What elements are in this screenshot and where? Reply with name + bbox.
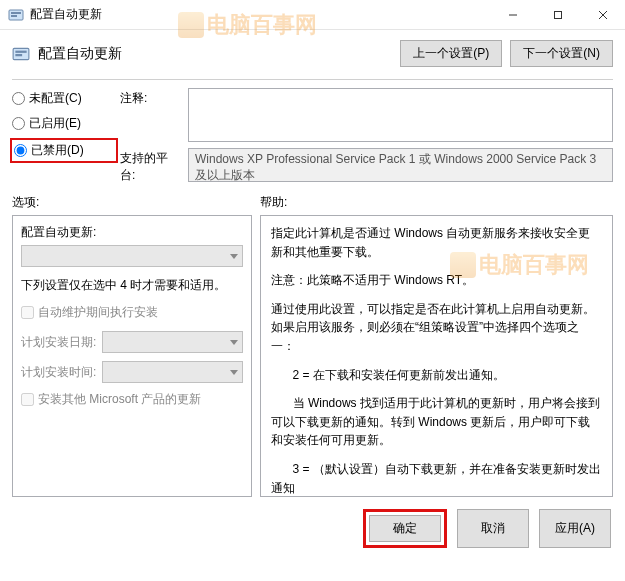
help-paragraph: 2 = 在下载和安装任何更新前发出通知。 <box>271 366 602 385</box>
options-note: 下列设置仅在选中 4 时才需要和适用。 <box>21 277 243 294</box>
radio-enabled-input[interactable] <box>12 117 25 130</box>
footer: 确定 取消 应用(A) <box>0 497 625 560</box>
policy-title: 配置自动更新 <box>38 45 392 63</box>
radio-label: 已禁用(D) <box>31 142 84 159</box>
svg-marker-10 <box>230 254 238 259</box>
highlight-box: 确定 <box>363 509 447 548</box>
maintenance-checkbox-row[interactable]: 自动维护期间执行安装 <box>21 304 243 321</box>
radio-not-configured[interactable]: 未配置(C) <box>12 90 112 107</box>
close-button[interactable] <box>580 0 625 30</box>
highlight-box: 已禁用(D) <box>10 138 118 163</box>
options-label: 选项: <box>12 194 260 211</box>
help-label: 帮助: <box>260 194 613 211</box>
schedule-time-select[interactable] <box>102 361 243 383</box>
ms-products-checkbox-row[interactable]: 安装其他 Microsoft 产品的更新 <box>21 391 243 408</box>
radio-label: 未配置(C) <box>29 90 82 107</box>
window-title: 配置自动更新 <box>30 6 102 23</box>
state-radio-group: 未配置(C) 已启用(E) 已禁用(D) <box>12 88 112 184</box>
svg-marker-12 <box>230 370 238 375</box>
apply-button[interactable]: 应用(A) <box>539 509 611 548</box>
svg-marker-11 <box>230 340 238 345</box>
help-panel[interactable]: 指定此计算机是否通过 Windows 自动更新服务来接收安全更新和其他重要下载。… <box>260 215 613 497</box>
schedule-day-select[interactable] <box>102 331 243 353</box>
help-paragraph: 通过使用此设置，可以指定是否在此计算机上启用自动更新。如果启用该服务，则必须在“… <box>271 300 602 356</box>
subheader: 配置自动更新 上一个设置(P) 下一个设置(N) <box>0 30 625 77</box>
radio-not-configured-input[interactable] <box>12 92 25 105</box>
ms-products-checkbox[interactable] <box>21 393 34 406</box>
schedule-time-label: 计划安装时间: <box>21 364 96 381</box>
svg-rect-8 <box>15 50 26 52</box>
svg-rect-9 <box>15 54 22 56</box>
help-paragraph: 注意：此策略不适用于 Windows RT。 <box>271 271 602 290</box>
policy-icon <box>12 45 30 63</box>
radio-label: 已启用(E) <box>29 115 81 132</box>
chevron-down-icon <box>230 252 238 260</box>
radio-enabled[interactable]: 已启用(E) <box>12 115 112 132</box>
cancel-button[interactable]: 取消 <box>457 509 529 548</box>
schedule-day-label: 计划安装日期: <box>21 334 96 351</box>
next-setting-button[interactable]: 下一个设置(N) <box>510 40 613 67</box>
help-paragraph: 指定此计算机是否通过 Windows 自动更新服务来接收安全更新和其他重要下载。 <box>271 224 602 261</box>
maintenance-checkbox[interactable] <box>21 306 34 319</box>
titlebar: 配置自动更新 <box>0 0 625 30</box>
comment-label: 注释: <box>120 90 180 150</box>
help-paragraph: 3 = （默认设置）自动下载更新，并在准备安装更新时发出通知 <box>271 460 602 497</box>
svg-rect-4 <box>554 11 561 18</box>
ok-button[interactable]: 确定 <box>369 515 441 542</box>
divider <box>12 79 613 80</box>
checkbox-label: 自动维护期间执行安装 <box>38 304 158 321</box>
minimize-button[interactable] <box>490 0 535 30</box>
radio-disabled[interactable]: 已禁用(D) <box>14 142 110 159</box>
radio-disabled-input[interactable] <box>14 144 27 157</box>
svg-rect-2 <box>11 15 17 17</box>
help-paragraph: 当 Windows 找到适用于此计算机的更新时，用户将会接到可以下载更新的通知。… <box>271 394 602 450</box>
options-panel: 配置自动更新: 下列设置仅在选中 4 时才需要和适用。 自动维护期间执行安装 计… <box>12 215 252 497</box>
chevron-down-icon <box>230 338 238 346</box>
configure-update-select[interactable] <box>21 245 243 267</box>
previous-setting-button[interactable]: 上一个设置(P) <box>400 40 502 67</box>
policy-icon <box>8 7 24 23</box>
chevron-down-icon <box>230 368 238 376</box>
svg-rect-1 <box>11 12 21 14</box>
supported-platform-box: Windows XP Professional Service Pack 1 或… <box>188 148 613 182</box>
checkbox-label: 安装其他 Microsoft 产品的更新 <box>38 391 201 408</box>
comment-textarea[interactable] <box>188 88 613 142</box>
maximize-button[interactable] <box>535 0 580 30</box>
supported-label: 支持的平台: <box>120 150 180 184</box>
configure-update-label: 配置自动更新: <box>21 224 243 241</box>
